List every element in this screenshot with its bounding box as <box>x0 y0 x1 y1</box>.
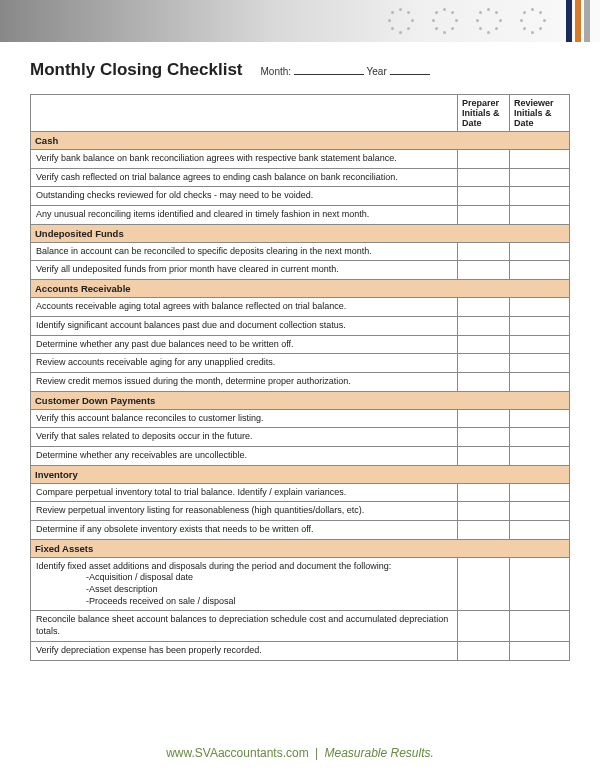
reviewer-cell[interactable] <box>510 242 570 261</box>
reviewer-cell[interactable] <box>510 316 570 335</box>
reviewer-cell[interactable] <box>510 261 570 280</box>
preparer-cell[interactable] <box>458 354 510 373</box>
preparer-cell[interactable] <box>458 335 510 354</box>
section-label: Inventory <box>31 465 570 483</box>
item-text: Review accounts receivable aging for any… <box>31 354 458 373</box>
reviewer-cell[interactable] <box>510 150 570 169</box>
item-text: Verify bank balance on bank reconciliati… <box>31 150 458 169</box>
checklist-item: Determine whether any past due balances … <box>31 335 570 354</box>
reviewer-cell[interactable] <box>510 521 570 540</box>
section-header: Cash <box>31 132 570 150</box>
section-label: Undeposited Funds <box>31 224 570 242</box>
item-text: Compare perpetual inventory total to tri… <box>31 483 458 502</box>
reviewer-cell[interactable] <box>510 187 570 206</box>
item-text: Identify fixed asset additions and dispo… <box>31 557 458 611</box>
preparer-cell[interactable] <box>458 641 510 660</box>
reviewer-cell[interactable] <box>510 206 570 225</box>
item-text: Verify that sales related to deposits oc… <box>31 428 458 447</box>
checklist-item: Verify that sales related to deposits oc… <box>31 428 570 447</box>
section-label: Accounts Receivable <box>31 280 570 298</box>
item-text: Review credit memos issued during the mo… <box>31 372 458 391</box>
section-label: Customer Down Payments <box>31 391 570 409</box>
year-label: Year <box>367 66 387 77</box>
preparer-cell[interactable] <box>458 428 510 447</box>
section-header: Undeposited Funds <box>31 224 570 242</box>
decorative-dots <box>388 8 546 34</box>
reviewer-cell[interactable] <box>510 372 570 391</box>
reviewer-cell[interactable] <box>510 557 570 611</box>
checklist-item: Verify this account balance reconciles t… <box>31 409 570 428</box>
item-text: Verify this account balance reconciles t… <box>31 409 458 428</box>
month-input-line[interactable] <box>294 65 364 75</box>
col-task <box>31 95 458 132</box>
checklist-item: Identify fixed asset additions and dispo… <box>31 557 570 611</box>
preparer-cell[interactable] <box>458 611 510 641</box>
preparer-cell[interactable] <box>458 206 510 225</box>
checklist-item: Review perpetual inventory listing for r… <box>31 502 570 521</box>
item-text: Determine if any obsolete inventory exis… <box>31 521 458 540</box>
preparer-cell[interactable] <box>458 187 510 206</box>
reviewer-cell[interactable] <box>510 335 570 354</box>
preparer-cell[interactable] <box>458 316 510 335</box>
checklist-item: Reconcile balance sheet account balances… <box>31 611 570 641</box>
checklist-item: Determine whether any receivables are un… <box>31 446 570 465</box>
reviewer-cell[interactable] <box>510 611 570 641</box>
item-text: Accounts receivable aging total agrees w… <box>31 298 458 317</box>
footer-tagline: Measurable Results. <box>324 746 433 760</box>
reviewer-cell[interactable] <box>510 483 570 502</box>
footer-site: www.SVAaccountants.com <box>166 746 309 760</box>
reviewer-cell[interactable] <box>510 409 570 428</box>
item-text: Determine whether any receivables are un… <box>31 446 458 465</box>
checklist-item: Compare perpetual inventory total to tri… <box>31 483 570 502</box>
top-banner <box>0 0 600 42</box>
col-preparer: Preparer Initials & Date <box>458 95 510 132</box>
preparer-cell[interactable] <box>458 150 510 169</box>
checklist-item: Identify significant account balances pa… <box>31 316 570 335</box>
preparer-cell[interactable] <box>458 298 510 317</box>
month-label: Month: <box>261 66 292 77</box>
checklist-item: Verify cash reflected on trial balance a… <box>31 168 570 187</box>
checklist-item: Any unusual reconciling items identified… <box>31 206 570 225</box>
reviewer-cell[interactable] <box>510 641 570 660</box>
preparer-cell[interactable] <box>458 446 510 465</box>
checklist-item: Verify all undeposited funds from prior … <box>31 261 570 280</box>
item-text: Any unusual reconciling items identified… <box>31 206 458 225</box>
item-text: Identify significant account balances pa… <box>31 316 458 335</box>
section-label: Cash <box>31 132 570 150</box>
checklist-table: Preparer Initials & Date Reviewer Initia… <box>30 94 570 661</box>
reviewer-cell[interactable] <box>510 446 570 465</box>
reviewer-cell[interactable] <box>510 298 570 317</box>
preparer-cell[interactable] <box>458 372 510 391</box>
checklist-item: Verify bank balance on bank reconciliati… <box>31 150 570 169</box>
preparer-cell[interactable] <box>458 521 510 540</box>
footer-divider: | <box>315 746 318 760</box>
reviewer-cell[interactable] <box>510 428 570 447</box>
reviewer-cell[interactable] <box>510 354 570 373</box>
reviewer-cell[interactable] <box>510 168 570 187</box>
item-text: Verify depreciation expense has been pro… <box>31 641 458 660</box>
page-title: Monthly Closing Checklist <box>30 60 243 80</box>
month-field[interactable]: Month: Year <box>261 65 430 77</box>
checklist-item: Verify depreciation expense has been pro… <box>31 641 570 660</box>
footer: www.SVAaccountants.com | Measurable Resu… <box>0 746 600 760</box>
preparer-cell[interactable] <box>458 261 510 280</box>
section-header: Customer Down Payments <box>31 391 570 409</box>
checklist-item: Accounts receivable aging total agrees w… <box>31 298 570 317</box>
preparer-cell[interactable] <box>458 483 510 502</box>
item-text: Reconcile balance sheet account balances… <box>31 611 458 641</box>
preparer-cell[interactable] <box>458 409 510 428</box>
section-header: Inventory <box>31 465 570 483</box>
reviewer-cell[interactable] <box>510 502 570 521</box>
checklist-item: Outstanding checks reviewed for old chec… <box>31 187 570 206</box>
preparer-cell[interactable] <box>458 168 510 187</box>
preparer-cell[interactable] <box>458 557 510 611</box>
section-header: Accounts Receivable <box>31 280 570 298</box>
checklist-item: Balance in account can be reconciled to … <box>31 242 570 261</box>
checklist-item: Determine if any obsolete inventory exis… <box>31 521 570 540</box>
preparer-cell[interactable] <box>458 502 510 521</box>
item-text: Determine whether any past due balances … <box>31 335 458 354</box>
preparer-cell[interactable] <box>458 242 510 261</box>
checklist-item: Review credit memos issued during the mo… <box>31 372 570 391</box>
section-label: Fixed Assets <box>31 539 570 557</box>
year-input-line[interactable] <box>390 65 430 75</box>
